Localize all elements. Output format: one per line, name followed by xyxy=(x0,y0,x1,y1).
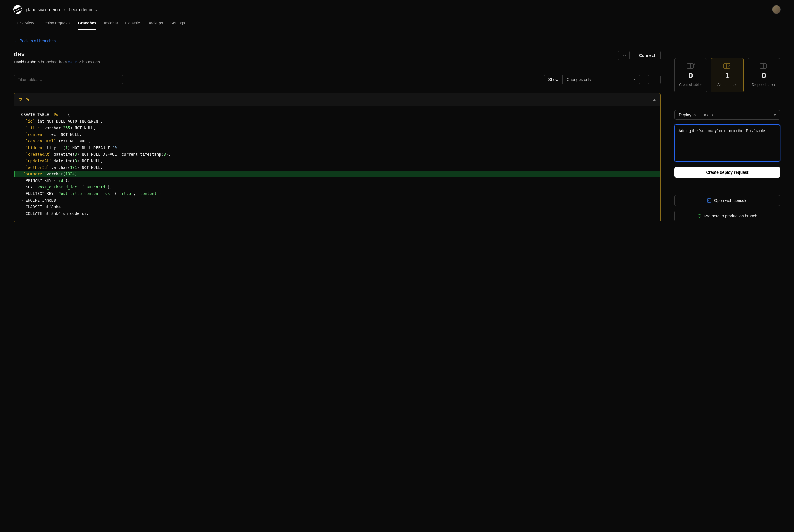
tab-branches[interactable]: Branches xyxy=(78,18,97,30)
code-line: ) ENGINE InnoDB, xyxy=(14,197,660,204)
dropped-count: 0 xyxy=(762,71,767,80)
code-line: FULLTEXT KEY `Post_title_content_idx` (`… xyxy=(14,190,660,197)
chevron-down-icon xyxy=(774,114,776,116)
sql-code: CREATE TABLE `Post` ( `id` int NOT NULL … xyxy=(14,106,660,222)
code-line: `createdAt` datetime(3) NOT NULL DEFAULT… xyxy=(14,151,660,158)
table-minus-icon: − xyxy=(760,63,768,69)
code-line: `title` varchar(255) NOT NULL, xyxy=(14,125,660,131)
tables-more-button[interactable]: ··· xyxy=(648,75,661,84)
breadcrumb-org[interactable]: planetscale-demo xyxy=(26,7,60,12)
code-line: COLLATE utf8mb4_unicode_ci; xyxy=(14,210,660,217)
table-name: Post xyxy=(25,97,35,102)
code-line: PRIMARY KEY (`id`), xyxy=(14,177,660,184)
table-diff-header[interactable]: Post xyxy=(14,93,660,106)
code-line: `contentHtml` text NOT NULL, xyxy=(14,138,660,145)
branch-more-button[interactable]: ··· xyxy=(618,51,630,60)
chevron-up-icon xyxy=(653,99,656,100)
code-line: `authorId` varchar(191) NOT NULL, xyxy=(14,164,660,171)
dropped-tables-card: − 0 Dropped tables xyxy=(748,58,780,93)
create-deploy-request-button[interactable]: Create deploy request xyxy=(675,167,780,177)
created-tables-card: + 0 Created tables xyxy=(675,58,707,93)
tab-overview[interactable]: Overview xyxy=(17,18,34,30)
created-count: 0 xyxy=(688,71,693,80)
branch-subtitle: David Graham branched from main 2 hours … xyxy=(14,60,100,64)
logo-icon[interactable] xyxy=(13,5,22,14)
code-line: CHARSET utf8mb4, xyxy=(14,204,660,210)
breadcrumb-separator: / xyxy=(64,7,65,12)
nav-tabs: OverviewDeploy requestsBranchesInsightsC… xyxy=(0,14,794,30)
shield-icon xyxy=(697,214,701,218)
tab-console[interactable]: Console xyxy=(125,18,140,30)
svg-text:+: + xyxy=(694,63,695,65)
chevron-down-icon xyxy=(633,79,635,80)
table-diff-panel: Post CREATE TABLE `Post` ( `id` int NOT … xyxy=(14,93,661,222)
tab-backups[interactable]: Backups xyxy=(147,18,163,30)
promote-to-production-button[interactable]: Promote to production branch xyxy=(675,211,780,222)
edit-icon xyxy=(19,98,23,102)
avatar[interactable] xyxy=(772,5,781,14)
svg-text:−: − xyxy=(767,63,768,65)
code-line: `id` int NOT NULL AUTO_INCREMENT, xyxy=(14,118,660,125)
show-select[interactable]: Changes only xyxy=(562,75,640,84)
filter-tables-input[interactable] xyxy=(14,75,123,84)
tab-settings[interactable]: Settings xyxy=(170,18,185,30)
code-line: + `summary` varchar(1024), xyxy=(14,171,660,177)
code-line: KEY `Post_authorId_idx` (`authorId`), xyxy=(14,184,660,190)
connect-button[interactable]: Connect xyxy=(633,51,661,60)
terminal-icon xyxy=(707,198,711,203)
code-line: `updatedAt` datetime(3) NOT NULL, xyxy=(14,158,660,164)
altered-count: 1 xyxy=(725,71,730,80)
chevron-down-icon xyxy=(95,10,97,11)
show-label: Show xyxy=(544,75,562,84)
arrow-left-icon: ← xyxy=(14,38,18,43)
back-to-branches-link[interactable]: ← Back to all branches xyxy=(14,38,56,43)
parent-branch-link[interactable]: main xyxy=(68,60,78,64)
deploy-target-select[interactable]: main xyxy=(700,110,780,120)
breadcrumb-db[interactable]: beam-demo xyxy=(69,7,97,12)
table-plus-icon: + xyxy=(687,63,695,69)
table-edit-icon xyxy=(723,63,731,69)
code-line: `content` text NOT NULL, xyxy=(14,131,660,138)
code-line: CREATE TABLE `Post` ( xyxy=(14,112,660,118)
altered-tables-card: 1 Altered table xyxy=(711,58,743,93)
divider xyxy=(675,101,780,101)
branch-title: dev xyxy=(14,51,100,58)
deploy-message-textarea[interactable] xyxy=(675,125,780,162)
tab-deploy-requests[interactable]: Deploy requests xyxy=(41,18,70,30)
tab-insights[interactable]: Insights xyxy=(104,18,117,30)
code-line: `hidden` tinyint(1) NOT NULL DEFAULT '0'… xyxy=(14,145,660,151)
breadcrumb: planetscale-demo / beam-demo xyxy=(26,7,97,12)
open-web-console-button[interactable]: Open web console xyxy=(675,195,780,206)
deploy-to-label: Deploy to xyxy=(675,110,700,120)
